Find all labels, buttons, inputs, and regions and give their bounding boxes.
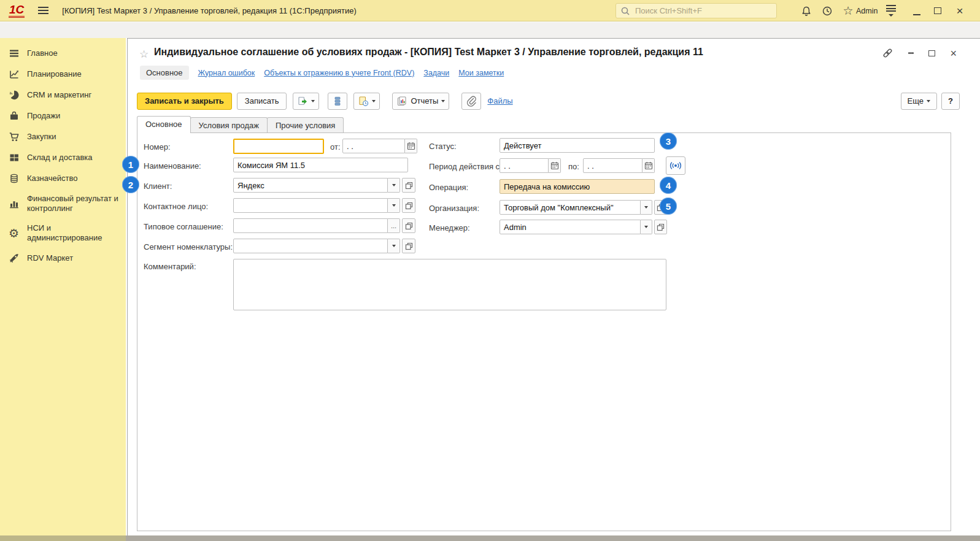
save-and-close-button[interactable]: Записать и закрыть xyxy=(137,93,232,110)
get-link-icon[interactable] xyxy=(882,47,893,59)
1c-logo[interactable]: 1С xyxy=(9,4,25,18)
sidebar-item-rdv-market[interactable]: RDV Маркет xyxy=(0,248,126,269)
favorites-star-icon[interactable]: ☆ xyxy=(839,0,857,21)
structure-icon xyxy=(332,96,343,107)
post-document-button[interactable] xyxy=(293,93,319,110)
ot-date-field[interactable]: . . xyxy=(342,139,417,153)
chevron-down-icon[interactable] xyxy=(641,200,652,215)
notifications-bell-icon[interactable] xyxy=(798,0,815,21)
sidebar-item-glavnoe[interactable]: Главное xyxy=(0,43,126,64)
window-maximize-button[interactable] xyxy=(928,50,935,56)
sidebar-item-crm[interactable]: CRM и маркетинг xyxy=(0,85,126,106)
open-item-icon[interactable] xyxy=(402,178,415,193)
period-s-date-field[interactable]: . . xyxy=(500,158,561,173)
files-link[interactable]: Файлы xyxy=(487,96,512,106)
chevron-down-icon xyxy=(372,100,376,102)
chevron-down-icon[interactable] xyxy=(388,239,400,253)
status-label: Статус: xyxy=(429,142,457,151)
scheduled-document-button[interactable] xyxy=(353,93,380,110)
briefcase-icon xyxy=(9,110,27,121)
chevron-down-icon xyxy=(441,100,445,102)
organizaciya-field[interactable]: Торговый дом "Комплексный" xyxy=(500,200,667,215)
tipovoe-soglashenie-label: Типовое соглашение: xyxy=(144,222,223,231)
calendar-icon[interactable] xyxy=(549,158,561,173)
structure-button[interactable] xyxy=(328,93,347,110)
kommentariy-textarea[interactable] xyxy=(233,259,666,310)
calendar-icon[interactable] xyxy=(405,139,417,153)
application-root: 1С [КОПИЯ] Test Маркет 3 / Управление то… xyxy=(0,0,980,541)
po-label: по: xyxy=(568,162,579,171)
menedzher-label: Менеджер: xyxy=(429,223,470,232)
pie-chart-icon xyxy=(9,90,27,101)
tab-osnovnoe[interactable]: Основное xyxy=(137,116,191,133)
nav-link-obekty-front-rdv[interactable]: Объекты к отражению в учете Front (RDV) xyxy=(264,69,414,77)
naimenovanie-input[interactable] xyxy=(233,158,408,172)
menu-icon xyxy=(9,48,27,59)
tab-prochie-usloviya[interactable]: Прочие условия xyxy=(267,117,344,133)
sidebar-item-prodazhi[interactable]: Продажи xyxy=(0,106,126,126)
segment-nomenklatury-label: Сегмент номенклатуры: xyxy=(144,242,233,251)
sidebar-item-kaznacheystvo[interactable]: Казначейство xyxy=(0,168,126,189)
operaciya-label: Операция: xyxy=(429,183,468,192)
global-search[interactable] xyxy=(615,3,777,18)
user-menu-icon[interactable] xyxy=(882,0,900,21)
sidebar-item-nsi[interactable]: ⚙ НСИ и администрирование xyxy=(0,218,126,248)
app-close-button[interactable]: × xyxy=(951,0,968,21)
main-menu-icon[interactable] xyxy=(38,7,48,14)
nomer-input[interactable] xyxy=(233,139,324,154)
window-menu-kebab-icon[interactable] xyxy=(908,51,914,55)
history-icon[interactable] xyxy=(819,0,836,21)
period-quick-select-button[interactable] xyxy=(666,156,685,175)
period-po-date-field[interactable]: . . xyxy=(583,158,655,173)
section-sidebar: Главное Планирование CRM и маркетинг xyxy=(0,38,126,535)
chevron-down-icon[interactable] xyxy=(388,198,400,213)
kommentariy-label: Комментарий: xyxy=(144,262,196,271)
chevron-down-icon[interactable] xyxy=(641,220,652,234)
nav-link-zhurnal-oshibok[interactable]: Журнал ошибок xyxy=(198,69,255,77)
save-button[interactable]: Записать xyxy=(237,93,287,110)
open-item-icon[interactable] xyxy=(402,198,415,213)
help-button[interactable]: ? xyxy=(941,93,960,110)
sidebar-item-label: Финансовый результат и контроллинг xyxy=(27,194,122,213)
segment-nomenklatury-field[interactable] xyxy=(233,239,540,253)
chevron-down-icon[interactable] xyxy=(388,178,400,193)
status-field[interactable]: Действует xyxy=(500,138,655,153)
sidebar-item-sklad[interactable]: Склад и доставка xyxy=(0,147,126,168)
open-item-icon[interactable] xyxy=(654,220,667,234)
current-user[interactable]: Admin xyxy=(856,0,878,21)
document-clock-icon xyxy=(358,96,369,107)
app-titlebar: 1С [КОПИЯ] Test Маркет 3 / Управление то… xyxy=(0,0,980,21)
sidebar-item-finrezultat[interactable]: Финансовый результат и контроллинг xyxy=(0,189,126,218)
nav-link-moi-zametki[interactable]: Мои заметки xyxy=(458,69,504,77)
tipovoe-soglashenie-field[interactable]: ... xyxy=(233,218,540,233)
gear-icon: ⚙ xyxy=(9,228,27,239)
kontaktnoe-lico-field[interactable] xyxy=(233,198,540,213)
document-toolbar: Записать и закрыть Записать xyxy=(137,92,960,110)
sidebar-item-label: RDV Маркет xyxy=(27,253,73,263)
choose-ellipsis-button[interactable]: ... xyxy=(388,218,400,233)
favorite-star-icon[interactable]: ☆ xyxy=(139,48,149,61)
attachments-button[interactable] xyxy=(461,93,481,110)
sidebar-item-planirovanie[interactable]: Планирование xyxy=(0,64,126,85)
organizaciya-label: Организация: xyxy=(429,204,479,213)
more-button[interactable]: Еще xyxy=(901,93,937,110)
rocket-icon xyxy=(9,253,27,264)
klient-field[interactable]: Яндекс xyxy=(233,178,540,193)
open-item-icon[interactable] xyxy=(402,218,415,233)
app-minimize-button[interactable] xyxy=(908,0,925,21)
sidebar-item-zakupki[interactable]: Закупки xyxy=(0,126,126,147)
naimenovanie-label: Наименование: xyxy=(144,161,201,171)
operaciya-field[interactable]: Передача на комиссию xyxy=(500,179,655,194)
app-maximize-button[interactable] xyxy=(929,0,946,21)
chevron-down-icon xyxy=(927,100,930,102)
calendar-icon[interactable] xyxy=(642,158,655,173)
nav-link-zadachi[interactable]: Задачи xyxy=(423,69,449,77)
menedzher-field[interactable]: Admin xyxy=(500,220,667,234)
cart-icon xyxy=(9,131,27,142)
search-input[interactable] xyxy=(634,6,772,16)
sidebar-item-label: Склад и доставка xyxy=(27,153,93,163)
open-item-icon[interactable] xyxy=(402,239,415,253)
window-close-button[interactable]: × xyxy=(950,48,957,59)
reports-button[interactable]: Отчеты xyxy=(392,93,449,110)
tab-usloviya-prodazh[interactable]: Условия продаж xyxy=(190,117,268,133)
